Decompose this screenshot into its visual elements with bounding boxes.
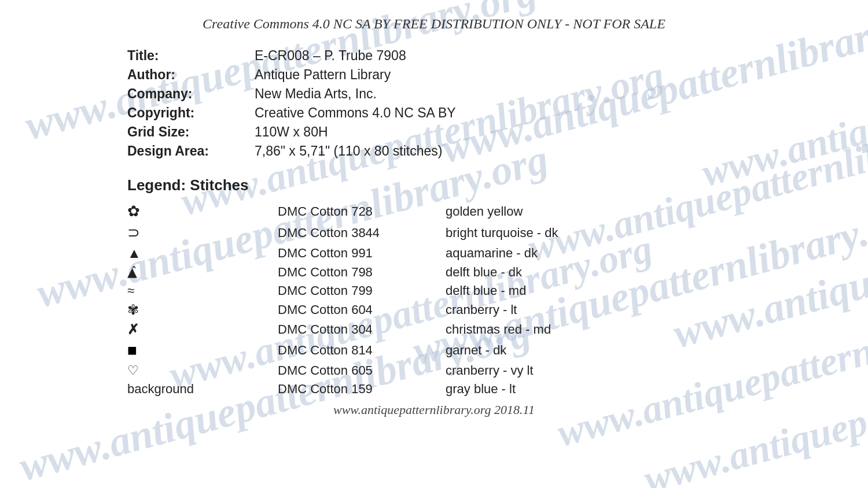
top-notice: Creative Commons 4.0 NC SA BY FREE DISTR…: [116, 16, 752, 32]
legend-row-6: ✗ DMC Cotton 304 christmas red - md: [127, 321, 752, 338]
legend-symbol-5: ✾: [127, 302, 278, 318]
legend-row-0: ✿ DMC Cotton 728 golden yellow: [127, 202, 752, 220]
company-label: Company:: [127, 86, 255, 102]
design-area-value: 7,86" x 5,71" (110 x 80 stitches): [255, 143, 442, 159]
heart-icon: ♡: [127, 363, 139, 378]
legend-color-0: golden yellow: [446, 204, 523, 219]
legend-color-8: cranberry - vy lt: [446, 363, 534, 378]
legend-color-3: delft blue - dk: [446, 265, 522, 280]
legend-dmc-5: DMC Cotton 604: [278, 302, 446, 317]
legend-row-4: ≈ DMC Cotton 799 delft blue - md: [127, 283, 752, 298]
legend-symbol-2: ▲: [127, 245, 278, 261]
sun-icon: ✿: [127, 202, 140, 220]
legend-symbol-1: ⊃: [127, 224, 278, 242]
title-label: Title:: [127, 48, 255, 64]
legend-dmc-2: DMC Cotton 991: [278, 246, 446, 261]
legend-dmc-4: DMC Cotton 799: [278, 283, 446, 298]
legend-symbol-0: ✿: [127, 202, 278, 220]
legend-row-5: ✾ DMC Cotton 604 cranberry - lt: [127, 302, 752, 318]
title-value: E-CR008 – P. Trube 7908: [255, 48, 406, 64]
meta-row-company: Company: New Media Arts, Inc.: [127, 86, 752, 102]
bottom-notice: www.antiquepatternlibrary.org 2018.11: [116, 402, 752, 417]
legend-row-9: background DMC Cotton 159 gray blue - lt: [127, 382, 752, 397]
legend-symbol-8: ♡: [127, 363, 278, 378]
legend-color-2: aquamarine - dk: [446, 246, 538, 261]
legend-dmc-1: DMC Cotton 3844: [278, 225, 446, 241]
meta-row-title: Title: E-CR008 – P. Trube 7908: [127, 48, 752, 64]
meta-table: Title: E-CR008 – P. Trube 7908 Author: A…: [127, 48, 752, 159]
author-value: Antique Pattern Library: [255, 67, 391, 83]
legend-dmc-6: DMC Cotton 304: [278, 322, 446, 337]
grid-size-label: Grid Size:: [127, 124, 255, 140]
legend-symbol-3: ▲̂: [127, 265, 278, 280]
copyright-label: Copyright:: [127, 105, 255, 121]
legend-symbol-9: background: [127, 382, 278, 397]
legend-row-8: ♡ DMC Cotton 605 cranberry - vy lt: [127, 363, 752, 378]
legend-symbol-6: ✗: [127, 321, 278, 338]
legend-table: ✿ DMC Cotton 728 golden yellow ⊃ DMC Cot…: [127, 202, 752, 397]
meta-row-design-area: Design Area: 7,86" x 5,71" (110 x 80 sti…: [127, 143, 752, 159]
triangle-up-icon: ▲̂: [127, 265, 137, 280]
legend-symbol-4: ≈: [127, 283, 278, 298]
triangle-filled-icon: ▲: [127, 245, 141, 261]
legend-dmc-3: DMC Cotton 798: [278, 265, 446, 280]
approx-icon: ≈: [127, 283, 133, 298]
legend-color-6: christmas red - md: [446, 322, 551, 337]
legend-row-3: ▲̂ DMC Cotton 798 delft blue - dk: [127, 265, 752, 280]
legend-symbol-7: ■: [127, 341, 278, 360]
meta-row-author: Author: Antique Pattern Library: [127, 67, 752, 83]
legend-dmc-0: DMC Cotton 728: [278, 204, 446, 219]
cup-icon: ⊃: [127, 224, 140, 242]
background-label: background: [127, 382, 194, 397]
legend-title: Legend: Stitches: [127, 176, 752, 194]
company-value: New Media Arts, Inc.: [255, 86, 377, 102]
legend-row-7: ■ DMC Cotton 814 garnet - dk: [127, 341, 752, 360]
legend-color-9: gray blue - lt: [446, 382, 516, 397]
legend-dmc-8: DMC Cotton 605: [278, 363, 446, 378]
legend-row-2: ▲ DMC Cotton 991 aquamarine - dk: [127, 245, 752, 261]
meta-row-grid-size: Grid Size: 110W x 80H: [127, 124, 752, 140]
legend-color-1: bright turquoise - dk: [446, 225, 558, 241]
author-label: Author:: [127, 67, 255, 83]
design-area-label: Design Area:: [127, 143, 255, 159]
page-content: Creative Commons 4.0 NC SA BY FREE DISTR…: [0, 0, 868, 429]
cross-icon: ✗: [127, 321, 139, 338]
copyright-value: Creative Commons 4.0 NC SA BY: [255, 105, 456, 121]
legend-color-7: garnet - dk: [446, 343, 506, 358]
legend-dmc-9: DMC Cotton 159: [278, 382, 446, 397]
square-icon: ■: [127, 341, 137, 360]
flower-icon: ✾: [127, 302, 139, 318]
legend-dmc-7: DMC Cotton 814: [278, 343, 446, 358]
grid-size-value: 110W x 80H: [255, 124, 328, 140]
legend-row-1: ⊃ DMC Cotton 3844 bright turquoise - dk: [127, 224, 752, 242]
legend-color-4: delft blue - md: [446, 283, 526, 298]
legend-color-5: cranberry - lt: [446, 302, 517, 317]
meta-row-copyright: Copyright: Creative Commons 4.0 NC SA BY: [127, 105, 752, 121]
